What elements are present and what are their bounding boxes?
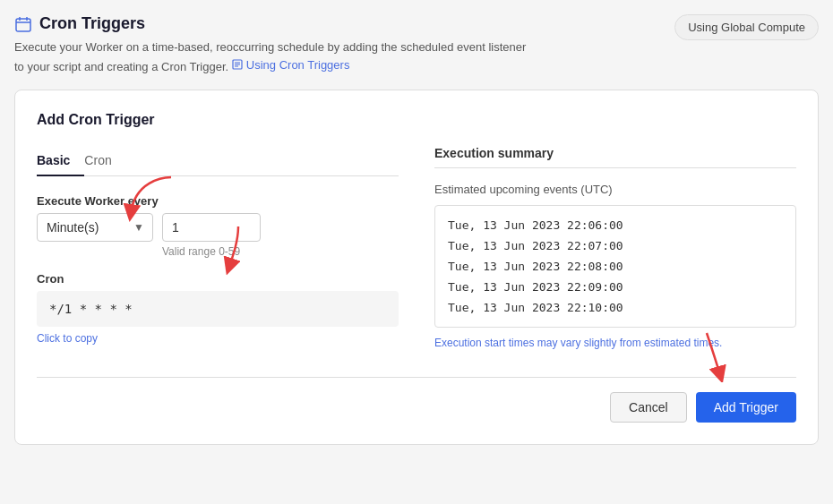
card-title: Add Cron Trigger — [37, 112, 796, 128]
page-title: Cron Triggers — [39, 14, 145, 33]
interval-unit-wrapper: Minute(s) Hour(s) Day(s) Week(s) ▼ — [37, 213, 153, 242]
event-item: Tue, 13 Jun 2023 22:06:00 — [448, 215, 783, 235]
add-trigger-button[interactable]: Add Trigger — [696, 392, 796, 423]
interval-hint: Valid range 0-59 — [162, 245, 261, 258]
event-item: Tue, 13 Jun 2023 22:08:00 — [448, 256, 783, 277]
docs-link[interactable]: Using Cron Triggers — [232, 56, 350, 74]
page-title-row: Cron Triggers — [14, 14, 534, 33]
tab-basic[interactable]: Basic — [37, 146, 84, 176]
execution-note: Execution start times may vary slightly … — [434, 337, 796, 349]
global-compute-badge: Using Global Compute — [674, 14, 819, 40]
svg-rect-0 — [16, 19, 30, 31]
execute-worker-group: Execute Worker every Minute(s) Hour(s) D… — [37, 194, 399, 258]
event-item: Tue, 13 Jun 2023 22:10:00 — [448, 297, 783, 318]
interval-unit-select[interactable]: Minute(s) Hour(s) Day(s) Week(s) — [37, 213, 153, 242]
page-header: Cron Triggers Execute your Worker on a t… — [14, 14, 819, 75]
book-icon — [232, 59, 243, 70]
event-item: Tue, 13 Jun 2023 22:07:00 — [448, 235, 783, 256]
cancel-button[interactable]: Cancel — [610, 392, 687, 423]
tab-cron[interactable]: Cron — [84, 146, 125, 176]
left-panel: Basic Cron Execute Worker every Minute(s… — [37, 146, 399, 359]
calendar-icon — [14, 15, 32, 33]
events-box: Tue, 13 Jun 2023 22:06:00 Tue, 13 Jun 20… — [434, 205, 796, 328]
arrow-3 — [675, 329, 738, 382]
event-item: Tue, 13 Jun 2023 22:09:00 — [448, 277, 783, 297]
card-body: Basic Cron Execute Worker every Minute(s… — [37, 146, 796, 359]
cron-group: Cron */1 * * * * Click to copy — [37, 272, 399, 345]
tabs: Basic Cron — [37, 146, 399, 176]
execution-summary-title: Execution summary — [434, 146, 796, 168]
cron-display: */1 * * * * — [37, 291, 399, 327]
click-to-copy[interactable]: Click to copy — [37, 332, 399, 345]
header-left: Cron Triggers Execute your Worker on a t… — [14, 14, 534, 75]
interval-input-group: Valid range 0-59 — [162, 213, 261, 258]
page-description: Execute your Worker on a time-based, reo… — [14, 38, 534, 75]
cron-label: Cron — [37, 272, 399, 286]
upcoming-label: Estimated upcoming events (UTC) — [434, 183, 796, 196]
main-card: Add Cron Trigger Basic Cron Execute Work… — [14, 90, 819, 445]
execute-label: Execute Worker every — [37, 194, 399, 208]
form-row: Minute(s) Hour(s) Day(s) Week(s) ▼ Valid… — [37, 213, 399, 258]
card-footer: Cancel Add Trigger — [37, 377, 796, 423]
form-row-container: Minute(s) Hour(s) Day(s) Week(s) ▼ Valid… — [37, 213, 399, 258]
right-panel: Execution summary Estimated upcoming eve… — [434, 146, 796, 359]
interval-input[interactable] — [162, 213, 261, 242]
